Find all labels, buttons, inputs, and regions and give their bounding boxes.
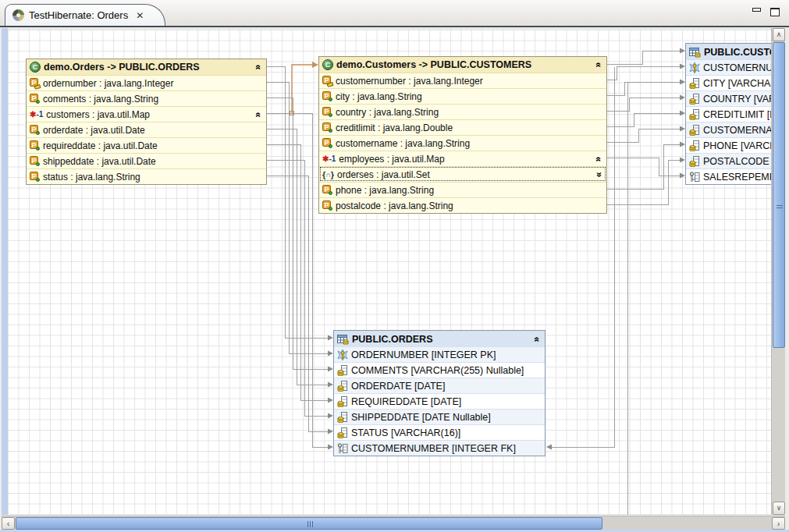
property-row[interactable]: P city : java.lang.String bbox=[319, 88, 606, 104]
column-row[interactable]: ORDERDATE [DATE] bbox=[334, 378, 545, 393]
column-label: ORDERNUMBER [INTEGER PK] bbox=[351, 349, 496, 360]
property-icon: P bbox=[30, 156, 40, 166]
collapse-chevron-icon[interactable] bbox=[254, 62, 263, 73]
column-label: COUNTRY [VARCHAR(50)] bbox=[703, 94, 771, 105]
column-label: ORDERDATE [DATE] bbox=[351, 381, 445, 392]
column-label: CREDITLIMIT [DOUBLE] bbox=[703, 109, 771, 120]
property-row[interactable]: P phone : java.lang.String bbox=[319, 182, 606, 197]
vertical-scrollbar[interactable]: ∧ ∨ bbox=[771, 28, 785, 515]
many-to-one-icon: ✱-1 bbox=[30, 110, 43, 119]
property-label: phone : java.lang.String bbox=[336, 185, 434, 196]
property-row[interactable]: P customername : java.lang.String bbox=[319, 135, 606, 151]
thumb-grip bbox=[777, 205, 783, 206]
property-row[interactable]: P customernumber : java.lang.Integer bbox=[319, 73, 606, 88]
property-label: employees : java.util.Map bbox=[339, 154, 444, 165]
property-label: city : java.lang.String bbox=[336, 91, 422, 102]
table-box-title: PUBLIC.ORDERS bbox=[352, 334, 432, 345]
collapse-chevron-icon[interactable] bbox=[532, 334, 542, 345]
tab-title: TestHibernate: Orders bbox=[29, 9, 128, 21]
property-row-selected[interactable]: {∩} orderses : java.util.Set bbox=[319, 166, 606, 182]
property-row[interactable]: P ordernumber : java.lang.Integer bbox=[27, 75, 266, 90]
column-row[interactable]: CITY [VARCHAR(50)] bbox=[686, 75, 771, 90]
set-icon: {∩} bbox=[322, 170, 334, 179]
column-icon bbox=[689, 156, 700, 167]
table-box-public-orders[interactable]: PUBLIC.ORDERS ORDERNUMBER [INTEGER PK] C… bbox=[333, 330, 546, 456]
property-icon: P bbox=[30, 94, 40, 104]
table-box-header[interactable]: PUBLIC.ORDERS bbox=[334, 331, 545, 346]
column-label: CUSTOMERNUMBER [INTEGER FK] bbox=[351, 443, 516, 454]
maximize-view-icon[interactable] bbox=[770, 8, 780, 16]
column-row[interactable]: CREDITLIMIT [DOUBLE] bbox=[686, 106, 771, 122]
horizontal-scroll-thumb[interactable] bbox=[16, 517, 602, 530]
column-row[interactable]: CUSTOMERNAME [VARCHAR(50)] bbox=[686, 122, 771, 137]
column-label: REQUIREDDATE [DATE] bbox=[351, 396, 461, 407]
column-icon bbox=[337, 427, 348, 438]
property-icon: P bbox=[322, 138, 332, 148]
scroll-right-arrow-icon[interactable]: › bbox=[772, 517, 785, 530]
property-label: postalcode : java.lang.String bbox=[336, 200, 453, 211]
property-label: creditlimit : java.lang.Double bbox=[336, 122, 453, 133]
property-row[interactable]: P requireddate : java.util.Date bbox=[27, 137, 266, 153]
collapse-chevron-icon[interactable] bbox=[594, 154, 603, 165]
column-row[interactable]: REQUIREDDATE [DATE] bbox=[334, 393, 545, 409]
class-box-orders[interactable]: C demo.Orders -> PUBLIC.ORDERS P ordernu… bbox=[26, 59, 267, 185]
property-label: status : java.lang.String bbox=[43, 172, 140, 183]
property-icon: P bbox=[30, 172, 40, 182]
diagram-canvas[interactable]: C demo.Orders -> PUBLIC.ORDERS P ordernu… bbox=[8, 30, 771, 515]
property-row[interactable]: P comments : java.lang.String bbox=[27, 90, 266, 106]
column-row[interactable]: COUNTRY [VARCHAR(50)] bbox=[686, 90, 771, 106]
column-icon bbox=[689, 140, 700, 151]
property-label: country : java.lang.String bbox=[336, 107, 439, 118]
table-box-header[interactable]: PUBLIC.CUSTOMERS bbox=[686, 44, 771, 59]
tab-close-icon[interactable]: ✕ bbox=[136, 10, 144, 21]
column-label: CUSTOMERNUMBER [INTEGER PK] bbox=[703, 62, 771, 73]
collapse-chevron-icon[interactable] bbox=[594, 59, 603, 70]
property-key-icon: P bbox=[30, 78, 40, 88]
property-label: shippeddate : java.util.Date bbox=[43, 156, 156, 167]
column-label: CUSTOMERNAME [VARCHAR(50)] bbox=[703, 125, 771, 136]
editor-tab-bar: TestHibernate: Orders ✕ bbox=[0, 0, 789, 27]
scroll-up-arrow-icon[interactable]: ∧ bbox=[773, 28, 785, 41]
table-box-public-customers[interactable]: PUBLIC.CUSTOMERS CUSTOMERNUMBER [INTEGER… bbox=[685, 43, 771, 185]
property-row[interactable]: ✱-1 employees : java.util.Map bbox=[319, 151, 606, 166]
scroll-left-arrow-icon[interactable]: ‹ bbox=[2, 517, 15, 530]
table-box-title: PUBLIC.CUSTOMERS bbox=[704, 47, 771, 58]
column-row[interactable]: CUSTOMERNUMBER [INTEGER PK] bbox=[686, 59, 771, 75]
property-row[interactable]: ✱-1 customers : java.util.Map bbox=[27, 106, 266, 122]
editor-tab[interactable]: TestHibernate: Orders ✕ bbox=[5, 4, 165, 26]
foreign-key-icon bbox=[689, 172, 700, 183]
property-row[interactable]: P status : java.lang.String bbox=[27, 168, 266, 184]
class-box-header[interactable]: C demo.Orders -> PUBLIC.ORDERS bbox=[27, 59, 266, 75]
column-row[interactable]: POSTALCODE [VARCHAR(15)] bbox=[686, 153, 771, 168]
property-row[interactable]: P shippeddate : java.util.Date bbox=[27, 153, 266, 168]
column-row[interactable]: STATUS [VARCHAR(16)] bbox=[334, 424, 545, 440]
mapped-class-icon: C bbox=[322, 59, 333, 70]
property-row[interactable]: P country : java.lang.String bbox=[319, 104, 606, 119]
column-icon bbox=[689, 94, 700, 105]
column-row[interactable]: COMMENTS [VARCHAR(255) Nullable] bbox=[334, 362, 545, 378]
column-row[interactable]: SHIPPEDDATE [DATE Nullable] bbox=[334, 409, 545, 424]
property-icon: P bbox=[322, 107, 332, 117]
property-row[interactable]: P orderdate : java.util.Date bbox=[27, 122, 266, 137]
many-to-one-icon: ✱-1 bbox=[322, 154, 336, 163]
column-icon bbox=[337, 381, 348, 392]
class-box-customers[interactable]: C demo.Customers -> PUBLIC.CUSTOMERS P c… bbox=[318, 56, 607, 214]
column-row[interactable]: ORDERNUMBER [INTEGER PK] bbox=[334, 346, 545, 362]
horizontal-scrollbar[interactable]: ‹ › bbox=[2, 516, 785, 530]
class-box-title: demo.Customers -> PUBLIC.CUSTOMERS bbox=[336, 59, 531, 70]
scroll-down-arrow-icon[interactable]: ∨ bbox=[773, 502, 785, 515]
column-row[interactable]: PHONE [VARCHAR(50)] bbox=[686, 137, 771, 153]
collapse-chevron-icon[interactable] bbox=[254, 109, 263, 120]
column-icon bbox=[689, 78, 700, 89]
primary-key-icon bbox=[689, 62, 700, 73]
minimize-view-icon[interactable] bbox=[752, 8, 761, 16]
class-box-header[interactable]: C demo.Customers -> PUBLIC.CUSTOMERS bbox=[319, 57, 606, 73]
column-label: POSTALCODE [VARCHAR(15)] bbox=[703, 156, 771, 167]
property-row[interactable]: P creditlimit : java.lang.Double bbox=[319, 119, 606, 135]
expand-chevron-icon[interactable] bbox=[594, 169, 603, 180]
property-row[interactable]: P postalcode : java.lang.String bbox=[319, 197, 606, 213]
column-row[interactable]: SALESREPEMPLOYEENUMBER [INTEGER FK] bbox=[686, 168, 771, 184]
vertical-scroll-thumb[interactable] bbox=[773, 42, 785, 348]
column-row[interactable]: CUSTOMERNUMBER [INTEGER FK] bbox=[334, 440, 545, 456]
property-icon: P bbox=[322, 200, 332, 211]
